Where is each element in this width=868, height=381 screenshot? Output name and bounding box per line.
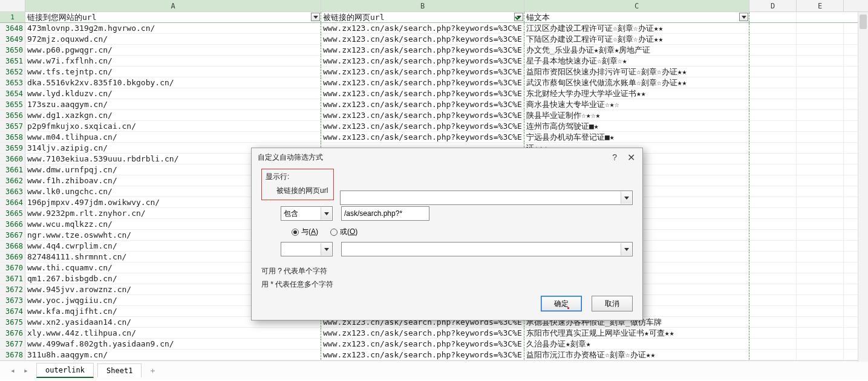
cell[interactable] (797, 295, 844, 305)
cell[interactable]: www.zx123.cn/ask/search.php?keywords=%3C… (321, 110, 524, 120)
radio-and[interactable]: 与(A) (292, 227, 318, 237)
header-cell-E[interactable] (797, 12, 844, 22)
row-number[interactable]: 3663 (0, 186, 25, 197)
col-header-C[interactable]: C (524, 0, 749, 11)
cell[interactable] (797, 110, 844, 120)
cell[interactable] (797, 230, 844, 240)
cell[interactable]: 办文凭_乐业县办证★刻章★房地产证 (524, 45, 749, 55)
cell[interactable] (797, 273, 844, 284)
cell[interactable] (749, 132, 797, 142)
cell[interactable] (797, 121, 844, 131)
cell[interactable] (797, 328, 844, 338)
cell[interactable]: www.zx123.cn/ask/search.php?keywords=%3C… (321, 121, 524, 131)
row-number[interactable]: 3671 (0, 273, 25, 284)
row-number[interactable]: 3653 (0, 77, 25, 88)
cell[interactable]: www.tfs.tejntp.cn/ (25, 67, 321, 77)
cell[interactable] (749, 67, 797, 77)
row-number[interactable]: 3674 (0, 306, 25, 316)
cell[interactable]: www.499waf.802gth.yasidaan9.cn/ (25, 339, 321, 349)
cell[interactable]: www.zx123.cn/ask/search.php?keywords=%3C… (321, 99, 524, 109)
row-number[interactable]: 3678 (0, 350, 25, 360)
cell[interactable] (797, 34, 844, 44)
row-number[interactable]: 3673 (0, 295, 25, 305)
row-number[interactable]: 3662 (0, 175, 25, 186)
cell[interactable]: 益阳市沅江市办资格证☆刻章☆办证★★ (524, 350, 749, 360)
cell[interactable] (797, 219, 844, 229)
cell[interactable]: 益阳市资阳区快速办排污许可证☆刻章☆办证★★ (524, 67, 749, 77)
cell[interactable] (749, 339, 797, 349)
row-number[interactable]: 3651 (0, 56, 25, 66)
operator2-combo[interactable] (281, 242, 333, 256)
row-number[interactable]: 3652 (0, 67, 25, 77)
row-number[interactable]: 3654 (0, 88, 25, 99)
cell[interactable] (797, 317, 844, 327)
cell[interactable]: xly.www.44z.tlihpua.cn/ (25, 328, 321, 338)
cell[interactable] (749, 175, 797, 186)
cell[interactable] (749, 197, 797, 207)
tab-nav-prev[interactable]: ◂ (7, 365, 18, 376)
ok-button[interactable]: 确定 (541, 296, 582, 311)
row-number[interactable]: 3648 (0, 23, 25, 33)
cell[interactable] (797, 186, 844, 197)
cell[interactable]: www.m04.tlihpua.cn/ (25, 132, 321, 142)
header-cell-B[interactable]: 被链接的网页url (321, 12, 524, 22)
row-number[interactable]: 3670 (0, 262, 25, 273)
row-number[interactable]: 3675 (0, 317, 25, 327)
help-button[interactable]: ? (612, 152, 617, 162)
header-cell-C[interactable]: 锚文本 (524, 12, 749, 22)
cell[interactable] (749, 99, 797, 109)
cell[interactable] (749, 295, 797, 305)
cell[interactable]: 久治县办证★刻章★ (524, 339, 749, 349)
cell[interactable]: 173szu.aaqgym.cn/ (25, 99, 321, 109)
cell[interactable] (749, 262, 797, 273)
value1-full-input[interactable] (340, 190, 633, 205)
cell[interactable] (749, 23, 797, 33)
cell[interactable]: www.p60.pgwqgr.cn/ (25, 45, 321, 55)
cell[interactable] (797, 88, 844, 99)
cell[interactable]: 下陆区办建设工程许可证☆刻章☆办证★★ (524, 34, 749, 44)
cell[interactable]: 连州市高仿驾驶证■★ (524, 121, 749, 131)
radio-or[interactable]: 或(O) (330, 227, 357, 237)
cell[interactable] (749, 208, 797, 218)
cell[interactable] (797, 164, 844, 175)
cell[interactable] (749, 88, 797, 99)
row-number[interactable]: 3655 (0, 99, 25, 109)
filter-button-B[interactable] (514, 13, 523, 21)
cell[interactable] (749, 252, 797, 262)
cell[interactable]: www.zx123.cn/ask/search.php?keywords=%3C… (321, 45, 524, 55)
cell[interactable] (797, 154, 844, 164)
col-header-A[interactable]: A (25, 0, 321, 11)
filter-button-A[interactable] (311, 13, 320, 21)
cell[interactable]: www.zx123.cn/ask/search.php?keywords=%3C… (321, 339, 524, 349)
cell[interactable]: 473mlovnp.319g2m.hgvrwo.cn/ (25, 23, 321, 33)
cell[interactable] (797, 175, 844, 186)
cell[interactable] (749, 45, 797, 55)
filter-button-C[interactable] (739, 13, 748, 21)
row-number[interactable]: 3650 (0, 45, 25, 55)
row-number[interactable]: 3658 (0, 132, 25, 142)
cell[interactable] (749, 284, 797, 295)
col-header-D[interactable]: D (749, 0, 797, 11)
cell[interactable]: www.zx123.cn/ask/search.php?keywords=%3C… (321, 34, 524, 44)
row-number[interactable]: 3669 (0, 252, 25, 262)
row-number[interactable]: 3672 (0, 284, 25, 295)
cell[interactable]: 江汉区办建设工程许可证☆刻章☆办证★★ (524, 23, 749, 33)
row-number[interactable]: 3665 (0, 208, 25, 218)
cell[interactable] (797, 99, 844, 109)
row-number[interactable]: 3657 (0, 121, 25, 131)
operator1-combo[interactable]: 包含 (281, 206, 333, 221)
cell[interactable] (749, 154, 797, 164)
cell[interactable] (749, 186, 797, 197)
cell[interactable]: www.zx123.cn/ask/search.php?keywords=%3C… (321, 67, 524, 77)
cell[interactable] (797, 284, 844, 295)
row-number[interactable]: 3667 (0, 230, 25, 240)
cell[interactable] (749, 77, 797, 88)
cell[interactable] (749, 350, 797, 360)
row-number[interactable]: 3661 (0, 164, 25, 175)
cell[interactable] (797, 306, 844, 316)
cell[interactable]: www.w7i.fxflnh.cn/ (25, 56, 321, 66)
row-number[interactable]: 1 (0, 12, 25, 22)
cell[interactable] (797, 23, 844, 33)
cell[interactable] (797, 77, 844, 88)
cell[interactable] (749, 110, 797, 120)
